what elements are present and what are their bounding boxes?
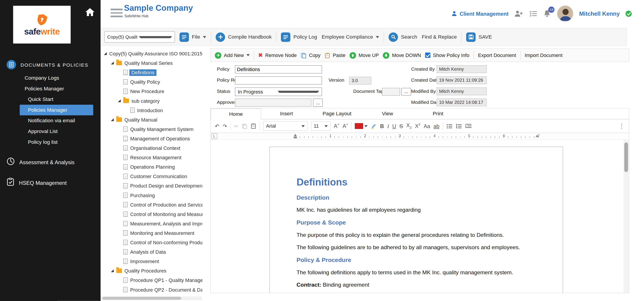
show-policy-info-toggle[interactable]: Show Policy Info (425, 52, 470, 58)
checklist-icon[interactable] (529, 10, 538, 17)
tree-row[interactable]: sub category (100, 96, 202, 105)
copy-button[interactable]: Copy (301, 52, 320, 58)
tree-row[interactable]: New Procedure (100, 87, 202, 96)
italic-button[interactable]: I (387, 123, 389, 129)
more-options-icon[interactable]: ⋮ (619, 122, 625, 130)
sidebar-item-hseq-management[interactable]: HSEQ Management (0, 175, 100, 191)
underline-button[interactable]: U (392, 123, 396, 129)
tree-row[interactable]: Quality Manual (100, 115, 202, 124)
policy-input[interactable] (235, 65, 322, 74)
change-case-button[interactable]: Aa (424, 123, 430, 129)
tree-row[interactable]: Copy(5) Quality Assurance ISO 9001:2015 (100, 49, 202, 58)
tree-row[interactable]: Management of Operations (100, 134, 202, 143)
find-replace-button[interactable]: Find & Replace (422, 34, 457, 40)
editor-tab-home[interactable]: Home (211, 108, 261, 119)
tree-row[interactable]: Control of Non-conforming Produc (100, 238, 202, 247)
copy-icon[interactable] (242, 123, 247, 129)
add-new-button[interactable]: Add New (215, 52, 250, 58)
sidebar-item-documents-policies[interactable]: DOCUMENTS & POLICIES (0, 57, 100, 73)
vertical-scrollbar[interactable] (623, 140, 629, 293)
status-select[interactable]: In Progress (235, 87, 322, 96)
numbered-list-icon[interactable] (456, 123, 462, 129)
approved-by-input[interactable] (235, 98, 311, 107)
sidebar-item-assessment-analysis[interactable]: Assessment & Analysis (0, 154, 100, 170)
sidebar-item[interactable]: Quick Start (0, 94, 100, 105)
document-tag-browse-button[interactable]: ... (401, 88, 411, 96)
redo-icon[interactable]: ↷ (222, 123, 227, 129)
tree-row[interactable]: Purchasing (100, 190, 202, 200)
sidebar-item[interactable]: Policies Manager (0, 83, 100, 94)
notifications-bell-icon[interactable]: 19 (543, 9, 551, 18)
left-margin-marker[interactable] (294, 137, 297, 138)
decrease-font-icon[interactable]: A˅ (343, 123, 348, 129)
tree-row[interactable]: Analysis of Data (100, 247, 202, 257)
home-button[interactable] (84, 6, 96, 18)
highlight-icon[interactable] (371, 123, 377, 129)
tree-row[interactable]: Measurement, Analysis and Impro (100, 219, 202, 228)
indent-icon[interactable] (465, 123, 471, 129)
policy-ref-input[interactable] (235, 76, 322, 85)
tree-row[interactable]: Introduction (100, 105, 202, 115)
tab-stop-selector[interactable]: L (212, 133, 218, 139)
bullet-list-icon[interactable] (446, 123, 452, 129)
superscript-button[interactable]: X2 (415, 123, 420, 129)
policy-log-button[interactable]: Policy Log (281, 32, 317, 42)
hamburger-menu-icon[interactable] (110, 8, 123, 19)
bold-button[interactable]: B (380, 123, 384, 129)
tree-expander-icon[interactable] (111, 62, 114, 65)
font-size-select[interactable]: 11 (311, 121, 330, 131)
undo-icon[interactable]: ↶ (215, 123, 219, 129)
font-color-button[interactable] (355, 123, 368, 129)
search-button[interactable]: Search (389, 32, 417, 42)
employee-compliance-dropdown[interactable]: Employee Compliance (322, 34, 379, 40)
editor-tab-page-layout[interactable]: Page Layout (312, 108, 362, 119)
editor-tab-view[interactable]: View (362, 108, 413, 119)
tree-row[interactable]: Control of Production and Service (100, 200, 202, 209)
increase-font-icon[interactable]: A˄ (334, 123, 339, 129)
user-name[interactable]: Mitchell Kenny (579, 10, 620, 17)
document-select[interactable]: Copy(5) Quality Assurance ISO 9001:2015 (104, 31, 175, 43)
subscript-button[interactable]: X2 (406, 123, 412, 129)
tree-row[interactable]: Product Design and Development (100, 181, 202, 190)
editor-tab-print[interactable]: Print (413, 108, 463, 119)
tree-horizontal-scrollbar[interactable] (102, 297, 202, 300)
editor-tab-insert[interactable]: Insert (261, 108, 312, 119)
spellcheck-button[interactable]: ab (434, 123, 439, 129)
document-page[interactable]: DefinitionsDescriptionMK Inc. has guidel… (270, 146, 563, 293)
right-indent-marker[interactable] (536, 135, 539, 137)
paste-button[interactable]: Paste (325, 52, 346, 58)
approved-by-browse-button[interactable]: ... (313, 98, 323, 107)
sidebar-item[interactable]: Company Logs (0, 73, 100, 83)
tree-row[interactable]: Monitoring and Measurement (100, 228, 202, 238)
tree-row[interactable]: Procedure QP2 - Document & Dat (100, 285, 202, 294)
left-indent-marker[interactable] (294, 134, 297, 136)
cut-icon[interactable]: ✂ (234, 123, 238, 129)
sidebar-item[interactable]: Approval List (0, 126, 100, 137)
sidebar-item[interactable]: Policy log list (0, 137, 100, 148)
tree-row[interactable]: Improvement (100, 257, 202, 266)
strikethrough-button[interactable]: S (400, 123, 403, 129)
save-button[interactable]: SAVE (466, 32, 492, 42)
avatar[interactable] (557, 5, 573, 22)
scrollbar-thumb[interactable] (102, 297, 181, 300)
move-up-button[interactable]: Move UP (350, 52, 379, 58)
add-user-icon[interactable] (514, 10, 523, 17)
scrollbar-thumb[interactable] (624, 142, 628, 172)
tree-row[interactable]: Definitions (100, 68, 202, 77)
tree-expander-icon[interactable] (111, 269, 114, 272)
file-button[interactable]: File (180, 32, 206, 42)
sidebar-item[interactable]: Notification via email (0, 115, 100, 126)
tree-expander-icon[interactable] (104, 52, 107, 55)
tree-row[interactable]: Customer Communication (100, 172, 202, 181)
sidebar-item[interactable]: Policies Manager (20, 105, 93, 115)
paste-icon[interactable] (250, 123, 256, 129)
client-management-link[interactable]: Client Management (452, 10, 509, 16)
show-policy-info-checkbox[interactable] (425, 52, 430, 58)
document-tag-input[interactable] (382, 88, 400, 96)
tree-row[interactable]: Quality Procedures (100, 266, 202, 276)
tree-row[interactable]: Procedure QP1 - Quality Manager (100, 276, 202, 285)
tree-expander-icon[interactable] (118, 99, 121, 102)
tree-row[interactable]: Resource Management (100, 153, 202, 162)
tree-row[interactable]: Organisational Context (100, 143, 202, 153)
tree-row[interactable]: Control of Monitoring and Measuri (100, 209, 202, 219)
